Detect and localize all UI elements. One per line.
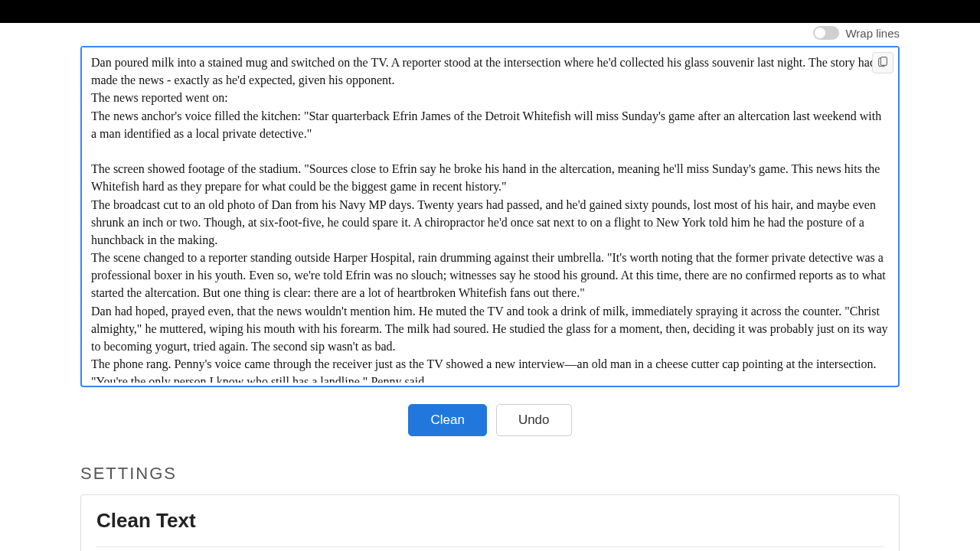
- clipboard-icon: [877, 55, 889, 70]
- wrap-lines-toggle[interactable]: [813, 26, 839, 40]
- settings-panel: Clean Text Whitespace Characters HTML: [80, 494, 900, 551]
- text-input-wrapper: [80, 46, 900, 387]
- settings-heading: Settings: [80, 464, 900, 484]
- settings-columns: Whitespace Characters HTML: [96, 546, 884, 551]
- toolbar-top: Wrap lines: [80, 23, 900, 46]
- top-black-bar: [0, 0, 980, 23]
- svg-rect-0: [880, 57, 887, 66]
- button-row: Clean Undo: [80, 387, 900, 458]
- main-textarea[interactable]: [82, 47, 898, 383]
- copy-button[interactable]: [872, 52, 893, 73]
- panel-title: Clean Text: [96, 509, 884, 533]
- clean-button[interactable]: Clean: [408, 404, 486, 436]
- wrap-lines-label: Wrap lines: [845, 27, 900, 40]
- undo-button[interactable]: Undo: [496, 404, 572, 436]
